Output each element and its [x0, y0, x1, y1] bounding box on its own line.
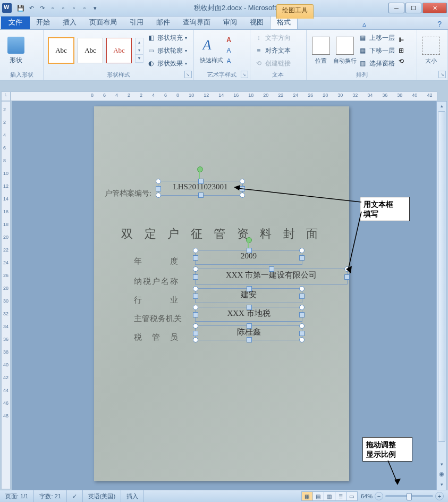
tab-home[interactable]: 开始: [30, 15, 56, 29]
qat-icon[interactable]: ▫: [58, 3, 68, 13]
textbox-archive-no[interactable]: LHS2011023001: [158, 181, 243, 196]
file-tab[interactable]: 文件: [1, 15, 30, 29]
qat-dropdown-icon[interactable]: ▾: [90, 3, 100, 13]
text-outline-icon[interactable]: A: [225, 46, 233, 55]
help-icon[interactable]: ?: [435, 19, 444, 29]
style-item[interactable]: Abc: [106, 38, 132, 63]
textbox-industry[interactable]: 建安: [195, 288, 302, 303]
next-page-icon[interactable]: ▾: [437, 480, 446, 489]
status-word-count[interactable]: 字数: 21: [34, 490, 66, 502]
vertical-scrollbar[interactable]: ▴ ▾ ◉ ▾: [436, 101, 447, 490]
reading-view-icon[interactable]: ▤: [312, 491, 324, 501]
textbox-authority[interactable]: XXX 市地税: [195, 307, 302, 322]
group-label: 插入形状: [0, 71, 43, 79]
shapes-icon: [7, 37, 24, 54]
tab-review[interactable]: 审阅: [217, 15, 243, 29]
ribbon-tabs: 文件 开始 插入 页面布局 引用 邮件 查询界面 审阅 视图 格式 ▵ ?: [0, 16, 448, 30]
dialog-launcher-icon[interactable]: ↘: [438, 71, 446, 78]
qat-icon[interactable]: ▫: [48, 3, 57, 13]
shape-outline-button[interactable]: ▭形状轮廓▾: [147, 45, 187, 56]
wrap-text-button[interactable]: 自动换行: [333, 32, 357, 69]
scroll-up-icon[interactable]: ▴: [437, 102, 446, 110]
textbox-officer[interactable]: 陈桂鑫: [195, 325, 302, 340]
rotate-icon[interactable]: ⟲: [397, 57, 405, 65]
text-fill-icon[interactable]: A: [225, 36, 233, 44]
text-effects-icon[interactable]: A: [225, 57, 233, 65]
zoom-out-button[interactable]: −: [375, 492, 383, 500]
qat-icon[interactable]: ▫: [69, 3, 79, 13]
tab-mail[interactable]: 邮件: [150, 15, 176, 29]
status-insert-mode[interactable]: 插入: [121, 490, 144, 502]
shape-fill-button[interactable]: ◧形状填充▾: [147, 32, 187, 44]
textbox-taxpayer[interactable]: XXX 市第一建设有限公司: [195, 269, 348, 285]
group-icon[interactable]: ⊞: [397, 46, 405, 55]
maximize-button[interactable]: ☐: [405, 3, 421, 13]
form-label: 年 度: [134, 256, 179, 266]
title-bar: 💾 ↶ ↷ ▫ ▫ ▫ ▫ ▾ 税收封面2.docx - Microsoft W…: [0, 0, 448, 16]
vertical-ruler[interactable]: 2246810121416182022242628303234363840424…: [1, 101, 11, 489]
size-button[interactable]: 大小: [421, 32, 441, 69]
redo-icon[interactable]: ↷: [37, 3, 47, 13]
tab-view[interactable]: 视图: [243, 15, 270, 29]
close-button[interactable]: ✕: [422, 3, 447, 13]
group-label: 文本: [250, 71, 306, 79]
zoom-slider[interactable]: [385, 495, 433, 497]
form-label: 税 管 员: [134, 332, 179, 342]
style-item[interactable]: Abc: [48, 37, 74, 64]
tab-references[interactable]: 引用: [123, 15, 150, 29]
status-language[interactable]: 英语(美国): [83, 490, 121, 502]
rotate-handle-icon[interactable]: [246, 237, 252, 243]
status-page[interactable]: 页面: 1/1: [0, 490, 34, 502]
textbox-year[interactable]: 2009: [195, 250, 302, 265]
rotate-handle-icon[interactable]: [197, 166, 203, 172]
position-icon: [312, 37, 330, 55]
text-direction-button: ↕文字方向: [255, 32, 302, 44]
shape-style-gallery[interactable]: Abc Abc Abc ▴▾▼ ◧形状填充▾ ▭形状轮廓▾ ◐形状效果▾: [48, 32, 189, 69]
shapes-button[interactable]: 形状: [4, 32, 28, 69]
bring-forward-button[interactable]: ▦上移一层: [359, 32, 395, 44]
svg-marker-5: [394, 479, 401, 485]
align-text-button[interactable]: ≡对齐文本: [255, 45, 302, 56]
svg-line-4: [388, 461, 396, 481]
style-item[interactable]: Abc: [78, 38, 103, 63]
zoom-in-button[interactable]: +: [435, 492, 444, 500]
draft-view-icon[interactable]: ▭: [346, 491, 358, 501]
gallery-scroll[interactable]: ▴▾▼: [135, 38, 143, 63]
tab-layout[interactable]: 页面布局: [83, 15, 123, 29]
group-label: 形状样式: [44, 71, 193, 79]
ribbon: 形状 插入形状 Abc Abc Abc ▴▾▼ ◧形状填充▾ ▭形状轮廓▾ ◐形…: [0, 30, 448, 80]
align-icon[interactable]: ⊫: [397, 36, 405, 44]
prev-page-icon[interactable]: ◉: [437, 470, 446, 478]
dialog-launcher-icon[interactable]: ↘: [241, 71, 248, 78]
collapse-ribbon-icon[interactable]: ▵: [360, 19, 368, 29]
outline-view-icon[interactable]: ≣: [335, 491, 346, 501]
send-backward-button[interactable]: ▦下移一层: [359, 45, 395, 56]
web-view-icon[interactable]: ▥: [324, 491, 335, 501]
size-icon: [422, 37, 440, 55]
scroll-down-icon[interactable]: ▾: [437, 460, 446, 468]
tab-query[interactable]: 查询界面: [176, 15, 217, 29]
dialog-launcher-icon[interactable]: ↘: [184, 71, 192, 78]
pane-icon: ▥: [359, 59, 367, 68]
link-icon: ⟲: [255, 59, 263, 68]
qat-icon[interactable]: ▫: [80, 3, 89, 13]
selection-pane-button[interactable]: ▥选择窗格: [359, 57, 395, 69]
zoom-control: 64% − +: [361, 492, 444, 500]
status-spellcheck-icon[interactable]: ✓: [67, 490, 83, 502]
save-icon[interactable]: 💾: [16, 3, 26, 13]
outline-icon: ▭: [147, 46, 155, 55]
form-label: 主管税务机关: [134, 314, 182, 324]
document-area[interactable]: 户管档案编号: 双 定 户 征 管 资 料 封 面 LHS2011023001 …: [12, 101, 436, 490]
scrollbar-thumb[interactable]: [438, 111, 445, 442]
form-label: 行 业: [134, 295, 179, 305]
undo-icon[interactable]: ↶: [27, 3, 36, 13]
position-button[interactable]: 位置: [311, 32, 331, 69]
print-layout-view-icon[interactable]: ▦: [301, 491, 313, 501]
zoom-level[interactable]: 64%: [361, 493, 373, 499]
horizontal-ruler[interactable]: 8642246810121416182022242628303234363840…: [11, 91, 437, 101]
minimize-button[interactable]: ─: [388, 3, 404, 13]
tab-insert[interactable]: 插入: [56, 15, 83, 29]
quick-style-button[interactable]: A 快速样式: [198, 32, 225, 69]
zoom-slider-thumb[interactable]: [407, 493, 412, 500]
shape-effects-button[interactable]: ◐形状效果▾: [147, 57, 187, 69]
